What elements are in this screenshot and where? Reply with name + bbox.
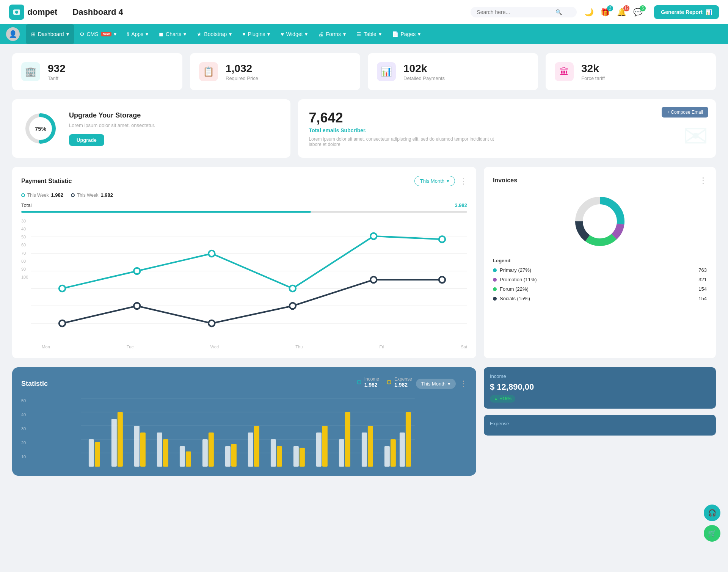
nav-item-table[interactable]: ☰ Table ▾ <box>351 24 386 44</box>
payments-value: 102k <box>403 63 445 75</box>
gift-icon[interactable]: 🎁 2 <box>601 8 610 17</box>
moon-icon[interactable]: 🌙 <box>584 8 594 17</box>
legend2-label: This Week <box>77 193 98 198</box>
primary-label: Primary (27%) <box>500 267 531 273</box>
nav-item-charts[interactable]: ◼ Charts ▾ <box>154 24 191 44</box>
expense-box-label: Expense <box>490 421 710 426</box>
legend-title: Legend <box>493 258 707 263</box>
pages-icon: 📄 <box>392 31 399 37</box>
compose-email-button[interactable]: + Compose Email <box>662 107 708 118</box>
total-value: 3.982 <box>455 202 467 208</box>
generate-report-button[interactable]: Generate Report 📊 <box>654 5 719 19</box>
chevron-down-icon-plugins: ▾ <box>267 31 270 37</box>
statistic-menu-icon[interactable]: ⋮ <box>460 379 467 388</box>
stat-card-payments: 📊 102k Detalled Payments <box>368 53 538 90</box>
income-amount: $ 12,890,00 <box>490 382 710 392</box>
income-info: Income 1.982 <box>364 376 379 388</box>
nav-item-bootstrap[interactable]: ★ Bootstrap ▾ <box>191 24 237 44</box>
invoices-menu-icon[interactable]: ⋮ <box>699 176 707 185</box>
tariff-value: 932 <box>48 63 66 75</box>
svg-rect-36 <box>118 412 123 467</box>
expense-val: 1.982 <box>394 382 412 388</box>
nav-label-pages: Pages <box>401 31 416 37</box>
nav-item-widget[interactable]: ♥ Widget ▾ <box>275 24 313 44</box>
main-content: 🏢 932 Tariff 📋 1,032 Required Price 📊 10… <box>0 44 728 485</box>
force-tariff-value: 32k <box>581 63 605 75</box>
svg-point-17 <box>59 320 65 326</box>
nav-item-apps[interactable]: ℹ Apps ▾ <box>122 24 154 44</box>
svg-rect-53 <box>316 433 322 467</box>
storage-donut: 75% <box>24 111 58 146</box>
upgrade-label: Upgrade <box>77 137 97 143</box>
nav-label-dashboard: Dashboard <box>38 31 64 37</box>
row3: Payment Statistic This Month ▾ ⋮ This We… <box>12 167 716 358</box>
nav-item-cms[interactable]: ⚙ CMS New ▾ <box>74 24 122 44</box>
nav-item-dashboard[interactable]: ⊞ Dashboard ▾ <box>26 24 74 44</box>
invoices-header: Invoices ⋮ <box>493 176 707 185</box>
dashboard-icon: ⊞ <box>31 31 36 37</box>
svg-rect-55 <box>339 439 344 467</box>
nav-item-plugins[interactable]: ♥ Plugins ▾ <box>237 24 275 44</box>
payments-info: 102k Detalled Payments <box>403 63 445 81</box>
svg-rect-49 <box>271 439 276 467</box>
apps-icon: ℹ <box>127 31 129 37</box>
stat-card-required-price: 📋 1,032 Required Price <box>190 53 360 90</box>
invoices-title: Invoices <box>493 177 517 184</box>
bell-badge: 12 <box>623 5 629 11</box>
email-bg-icon: ✉ <box>683 119 708 154</box>
income-item: Income 1.982 <box>357 376 379 388</box>
chart-y-labels: 100 90 80 70 60 50 40 30 <box>21 219 31 279</box>
statistic-month-label: This Month <box>421 381 446 387</box>
svg-point-19 <box>209 320 215 326</box>
search-input[interactable] <box>477 9 552 15</box>
income-box: Income $ 12,890,00 ▲ +15% <box>484 367 716 409</box>
socials-label: Socials (15%) <box>500 296 530 301</box>
primary-value: 763 <box>698 267 707 273</box>
chevron-down-icon-charts: ▾ <box>184 31 186 37</box>
svg-rect-42 <box>186 451 191 467</box>
tariff-label: Tariff <box>48 75 66 81</box>
total-bar <box>21 211 467 213</box>
forum-label: Forum (22%) <box>500 286 529 292</box>
chat-icon[interactable]: 💬 5 <box>633 8 643 17</box>
email-count: 7,642 <box>309 110 705 126</box>
tariff-icon: 🏢 <box>21 62 40 81</box>
legend-dot-teal <box>21 193 25 197</box>
svg-rect-58 <box>368 426 373 467</box>
storage-title: Upgrade Your Storage <box>69 111 155 119</box>
statistic-month-button[interactable]: This Month ▾ <box>416 379 456 389</box>
bootstrap-icon: ★ <box>197 31 202 37</box>
primary-dot <box>493 268 497 272</box>
stat-card-tariff: 🏢 932 Tariff <box>12 53 182 90</box>
legend-item-1: This Week 1.982 <box>21 192 63 198</box>
price-icon: 📋 <box>199 62 218 81</box>
topbar-icons: 🌙 🎁 2 🔔 12 💬 5 Generate Report 📊 <box>584 5 719 19</box>
storage-desc: Lorem ipsum dolor sit amet, onsectetur. <box>69 122 155 128</box>
promotion-dot <box>493 278 497 282</box>
bell-icon[interactable]: 🔔 12 <box>617 8 626 17</box>
nav-label-cms: CMS <box>87 31 99 37</box>
legend-promotion-left: Promotion (11%) <box>493 277 537 282</box>
chevron-down-icon-cms: ▾ <box>114 31 116 37</box>
svg-point-18 <box>134 303 140 309</box>
svg-rect-48 <box>254 426 259 467</box>
nav-item-forms[interactable]: 🖨 Forms ▾ <box>313 24 351 44</box>
storage-info: Upgrade Your Storage Lorem ipsum dolor s… <box>69 111 155 146</box>
upgrade-button[interactable]: Upgrade <box>69 134 104 146</box>
month-select-button[interactable]: This Month ▾ <box>414 176 455 186</box>
invoices-donut-wrap <box>493 191 707 252</box>
svg-rect-33 <box>89 439 94 467</box>
navbar: 👤 ⊞ Dashboard ▾ ⚙ CMS New ▾ ℹ Apps ▾ ◼ C… <box>0 24 728 44</box>
svg-point-21 <box>370 277 377 283</box>
row4: Statistic Income 1.982 <box>12 367 716 476</box>
svg-rect-34 <box>95 442 100 467</box>
income-expense-panel: Income $ 12,890,00 ▲ +15% Expense <box>484 367 716 476</box>
legend2-val: 1.982 <box>100 192 113 198</box>
nav-item-pages[interactable]: 📄 Pages ▾ <box>387 24 426 44</box>
search-bar[interactable]: 🔍 <box>471 7 577 17</box>
stat-card-force-tariff: 🏛 32k Force tariff <box>546 53 716 90</box>
invoices-legend: Legend Primary (27%) 763 Promotion (11%)… <box>493 258 707 301</box>
cms-icon: ⚙ <box>80 31 85 37</box>
logo: dompet <box>9 5 57 20</box>
payment-menu-icon[interactable]: ⋮ <box>460 177 467 186</box>
